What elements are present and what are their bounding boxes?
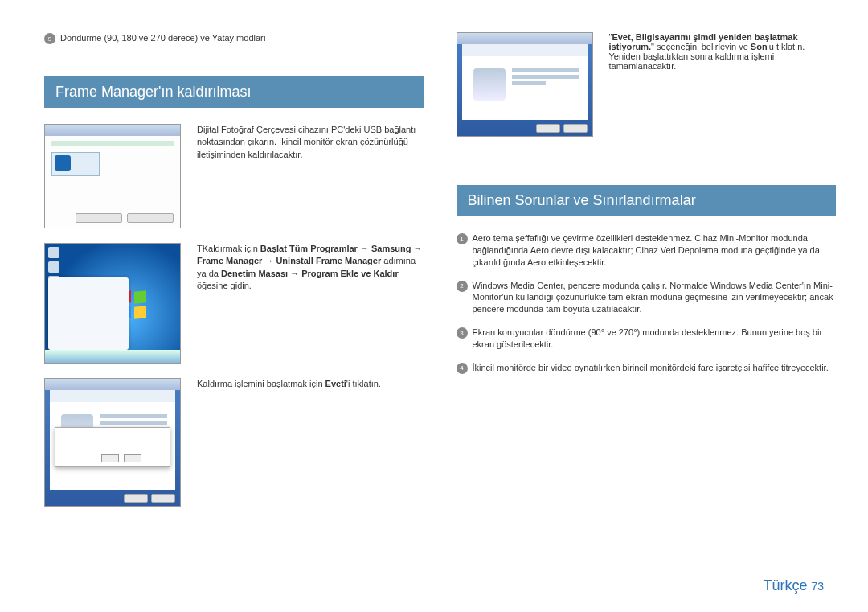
page-number: 73 bbox=[811, 580, 824, 593]
rotation-modes-text: Döndürme (90, 180 ve 270 derece) ve Yata… bbox=[60, 32, 424, 44]
screenshot-start-menu bbox=[44, 243, 181, 364]
screenshot-display-settings bbox=[44, 124, 181, 228]
issue-2: 2 Windows Media Center, pencere modunda … bbox=[457, 280, 837, 316]
uninstall-heading: Frame Manager'ın kaldırılması bbox=[44, 76, 424, 108]
issue-3: 3 Ekran koruyucular döndürme (90° ve 270… bbox=[457, 327, 837, 351]
bullet-9-icon: 9 bbox=[44, 33, 55, 44]
rotation-modes-line: 9 Döndürme (90, 180 ve 270 derece) ve Ya… bbox=[44, 32, 424, 44]
screenshot-restart-prompt bbox=[457, 32, 593, 137]
page-footer: Türkçe 73 bbox=[763, 577, 824, 594]
issue-2-text: Windows Media Center, pencere modunda ça… bbox=[473, 280, 837, 316]
step2-text: TKaldırmak için Başlat Tüm Programlar → … bbox=[197, 243, 424, 364]
known-issues-heading: Bilinen Sorunlar ve Sınırlandırmalar bbox=[457, 185, 837, 216]
issue-1: 1 Aero tema şeffaflığı ve çevirme özelli… bbox=[457, 232, 837, 269]
step3-text: Kaldırma işlemini başlatmak için Eveti'i… bbox=[197, 378, 424, 507]
language-label: Türkçe bbox=[763, 577, 807, 594]
restart-instruction-text: "Evet, Bilgisayarımı şimdi yeniden başla… bbox=[609, 32, 837, 71]
known-issues-list: 1 Aero tema şeffaflığı ve çevirme özelli… bbox=[457, 232, 837, 385]
issue-4: 4 İkincil monitörde bir video oynatılırk… bbox=[457, 362, 837, 374]
issue-1-text: Aero tema şeffaflığı ve çevirme özellikl… bbox=[473, 232, 837, 269]
screenshot-uninstall-wizard bbox=[44, 378, 181, 507]
issue-4-text: İkincil monitörde bir video oynatılırken… bbox=[473, 362, 837, 374]
bullet-1-icon: 1 bbox=[457, 233, 468, 244]
bullet-2-icon: 2 bbox=[457, 281, 468, 292]
bullet-4-icon: 4 bbox=[457, 363, 468, 374]
bullet-3-icon: 3 bbox=[457, 327, 468, 339]
issue-3-text: Ekran koruyucular döndürme (90° ve 270°)… bbox=[473, 327, 837, 351]
step1-text: Dijital Fotoğraf Çerçevesi cihazını PC'd… bbox=[197, 124, 424, 228]
